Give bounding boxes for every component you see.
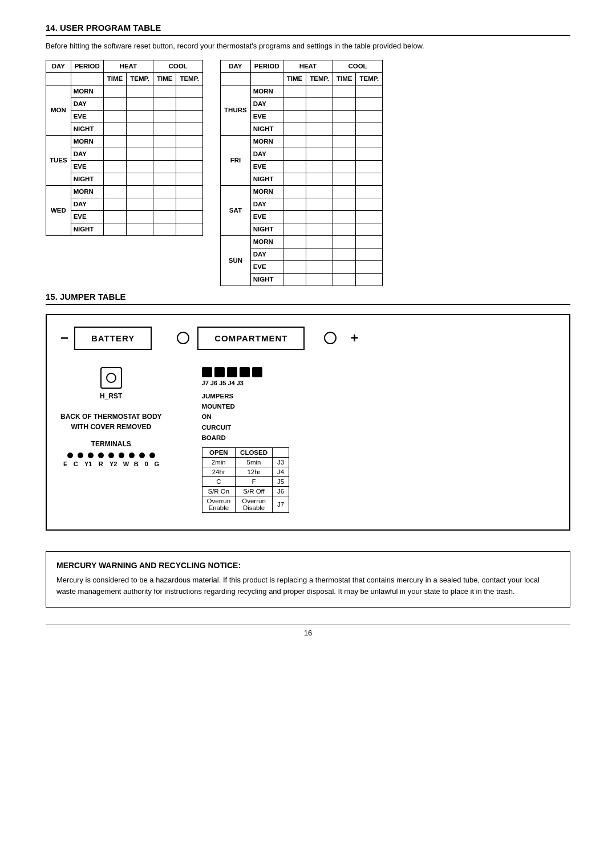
right-period-header: PERIOD — [250, 60, 283, 72]
j7-open: OverrunEnable — [202, 496, 236, 513]
left-heat-temp-header: TEMP. — [127, 72, 153, 85]
terminal-dot — [88, 453, 94, 458]
left-cool-temp-header: TEMP. — [176, 72, 203, 85]
left-cool-time-header: TIME — [153, 72, 176, 85]
terminal-dots-row — [60, 453, 162, 458]
terminal-y2: Y2 — [108, 461, 119, 467]
day-thurs: THURS — [221, 85, 251, 135]
j5-closed: F — [236, 477, 273, 487]
table-row: C F J5 — [202, 477, 289, 487]
hrst-icon — [100, 367, 122, 389]
period-eve: EVE — [71, 110, 103, 123]
battery-compartment-row: − BATTERY COMPARTMENT + — [60, 327, 556, 350]
terminal-dot — [129, 453, 135, 458]
j6-open: S/R On — [202, 487, 236, 496]
table-row: S/R On S/R Off J6 — [202, 487, 289, 496]
battery-circle-indicator — [177, 332, 189, 344]
jumper-id-labels: J7 J6 J5 J4 J3 — [202, 380, 290, 386]
jumper-dot-j4 — [240, 367, 250, 377]
mercury-title: MERCURY WARNING AND RECYCLING NOTICE: — [56, 561, 560, 570]
right-schedule-table: DAY PERIOD HEAT COOL TIME TEMP. TIME TEM… — [220, 60, 383, 286]
table-row: TUES MORN — [46, 135, 203, 148]
hrst-area: H_RST — [60, 367, 162, 400]
terminal-dot — [149, 453, 155, 458]
col-jumper-id — [273, 448, 289, 458]
period-day: DAY — [71, 97, 103, 110]
terminal-e: E — [63, 461, 68, 467]
jumper-diagram: − BATTERY COMPARTMENT + H_RST — [46, 314, 570, 531]
compartment-label: COMPARTMENT — [214, 333, 287, 343]
terminals-label: TERMINALS — [60, 440, 162, 448]
right-heat-time-header: TIME — [283, 72, 306, 85]
j7-id: J7 — [273, 496, 289, 513]
j5-id: J5 — [273, 477, 289, 487]
right-heat-temp-header: TEMP. — [306, 72, 333, 85]
page-number: 16 — [304, 629, 312, 637]
battery-label: BATTERY — [91, 333, 135, 343]
terminal-dot — [139, 453, 145, 458]
right-cool-temp-header: TEMP. — [356, 72, 383, 85]
jumper-dot-j3 — [252, 367, 262, 377]
period-night: NIGHT — [71, 123, 103, 135]
terminal-g: G — [154, 461, 160, 467]
terminal-letters-row: E C Y1 R Y2 W B 0 G — [60, 461, 162, 467]
hrst-label: H_RST — [100, 392, 122, 400]
j5-open: C — [202, 477, 236, 487]
jumper-dot-j6 — [214, 367, 225, 377]
left-period-header: PERIOD — [71, 60, 103, 72]
terminal-b: B — [133, 461, 139, 467]
day-fri: FRI — [221, 135, 251, 185]
plus-sign: + — [350, 330, 358, 346]
left-day-header: DAY — [46, 60, 71, 72]
terminal-c: C — [73, 461, 79, 467]
j3-open: 2min — [202, 458, 236, 467]
terminal-dot — [119, 453, 124, 458]
thermostat-body-label: BACK OF THERMOSTAT BODYWITH COVER REMOVE… — [60, 411, 162, 432]
day-sun: SUN — [221, 235, 251, 286]
j4-closed: 12hr — [236, 467, 273, 477]
day-mon: MON — [46, 85, 71, 135]
jumper-dots-row — [202, 367, 290, 377]
terminal-dot — [78, 453, 83, 458]
hrst-inner-circle — [106, 373, 116, 383]
section-15: 15. JUMPER TABLE − BATTERY COMPARTMENT + — [46, 292, 570, 531]
terminal-y1: Y1 — [83, 461, 94, 467]
j6-id: J6 — [273, 487, 289, 496]
col-open: OPEN — [202, 448, 236, 458]
day-sat: SAT — [221, 185, 251, 235]
mercury-warning-section: MERCURY WARNING AND RECYCLING NOTICE: Me… — [46, 551, 570, 608]
day-tues: TUES — [46, 135, 71, 185]
col-closed: CLOSED — [236, 448, 273, 458]
section-15-title: 15. JUMPER TABLE — [46, 292, 570, 305]
j3-closed: 5min — [236, 458, 273, 467]
day-wed: WED — [46, 185, 71, 235]
jumper-dot-j7 — [202, 367, 212, 377]
section-14: 14. USER PROGRAM TABLE Before hitting th… — [46, 23, 570, 286]
j3-id: J3 — [273, 458, 289, 467]
diagram-left-panel: H_RST BACK OF THERMOSTAT BODYWITH COVER … — [60, 367, 162, 467]
period-morn: MORN — [71, 85, 103, 97]
j7-closed: OverrunDisable — [236, 496, 273, 513]
table-row: MON MORN — [46, 85, 203, 97]
j4-open: 24hr — [202, 467, 236, 477]
terminal-w: W — [123, 461, 129, 467]
left-heat-header: HEAT — [103, 60, 153, 72]
section-14-intro: Before hitting the software reset button… — [46, 40, 570, 52]
terminal-dot — [67, 453, 73, 458]
table-row: FRI MORN — [221, 135, 383, 148]
terminal-dot — [108, 453, 114, 458]
right-cool-header: COOL — [333, 60, 382, 72]
table-row: THURS MORN — [221, 85, 383, 97]
left-cool-header: COOL — [153, 60, 202, 72]
table-row: SAT MORN — [221, 185, 383, 198]
diagram-right-panel: J7 J6 J5 J4 J3 JUMPERSMOUNTEDONCURCUITBO… — [202, 367, 290, 514]
compartment-circle-indicator — [324, 332, 337, 344]
minus-sign: − — [60, 330, 68, 346]
left-schedule-table: DAY PERIOD HEAT COOL TIME TEMP. TIME TEM… — [46, 60, 203, 286]
page-footer: 16 — [46, 625, 570, 637]
table-row: WED MORN — [46, 185, 203, 198]
right-cool-time-header: TIME — [333, 72, 355, 85]
diagram-lower: H_RST BACK OF THERMOSTAT BODYWITH COVER … — [60, 367, 556, 514]
jumpers-mounted-label: JUMPERSMOUNTEDONCURCUITBOARD — [202, 391, 290, 443]
jumper-dot-j5 — [227, 367, 237, 377]
